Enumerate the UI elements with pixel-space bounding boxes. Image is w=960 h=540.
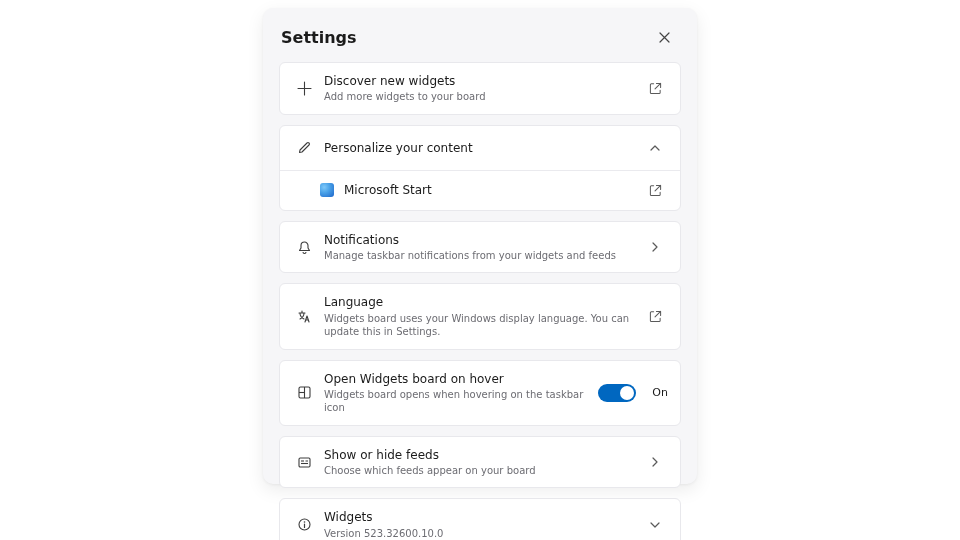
row-title: Microsoft Start (344, 182, 634, 198)
row-title: Open Widgets board on hover (324, 371, 590, 387)
page-title: Settings (281, 28, 357, 47)
chevron-down-icon (642, 519, 668, 531)
row-title: Widgets (324, 509, 634, 525)
svg-point-8 (303, 521, 305, 523)
row-title: Discover new widgets (324, 73, 634, 89)
close-icon (659, 32, 670, 43)
hover-toggle[interactable] (598, 384, 636, 402)
row-title: Notifications (324, 232, 634, 248)
pencil-icon (290, 140, 318, 155)
open-external-icon (642, 82, 668, 95)
row-text: Language Widgets board uses your Windows… (318, 294, 642, 338)
row-text: Discover new widgets Add more widgets to… (318, 73, 642, 104)
svg-rect-3 (299, 458, 310, 467)
row-text: Open Widgets board on hover Widgets boar… (318, 371, 598, 415)
row-personalize-header[interactable]: Personalize your content (280, 126, 680, 170)
bell-icon (290, 240, 318, 255)
row-subtitle: Version 523.32600.10.0 (324, 527, 634, 540)
widgets-board-icon (290, 385, 318, 400)
row-personalize-content: Personalize your content Microsoft Start (279, 125, 681, 211)
row-notifications[interactable]: Notifications Manage taskbar notificatio… (279, 221, 681, 274)
open-external-icon (642, 184, 668, 197)
plus-icon (290, 81, 318, 96)
row-subtitle: Manage taskbar notifications from your w… (324, 249, 634, 263)
row-widgets-about[interactable]: Widgets Version 523.32600.10.0 (279, 498, 681, 540)
row-title: Show or hide feeds (324, 447, 634, 463)
toggle-container: On (598, 384, 668, 402)
row-subtitle: Add more widgets to your board (324, 90, 634, 104)
row-subtitle: Choose which feeds appear on your board (324, 464, 634, 478)
row-microsoft-start[interactable]: Microsoft Start (280, 170, 680, 210)
row-text: Notifications Manage taskbar notificatio… (318, 232, 642, 263)
row-text: Microsoft Start (334, 182, 642, 198)
row-open-on-hover: Open Widgets board on hover Widgets boar… (279, 360, 681, 426)
row-discover-widgets[interactable]: Discover new widgets Add more widgets to… (279, 62, 681, 115)
row-text: Widgets Version 523.32600.10.0 (318, 509, 642, 540)
open-external-icon (642, 310, 668, 323)
chevron-right-icon (642, 456, 668, 468)
row-title: Language (324, 294, 634, 310)
row-show-hide-feeds[interactable]: Show or hide feeds Choose which feeds ap… (279, 436, 681, 489)
row-text: Show or hide feeds Choose which feeds ap… (318, 447, 642, 478)
feeds-icon (290, 455, 318, 470)
title-row: Settings (279, 20, 681, 62)
settings-panel: Settings Discover new widgets Add more w… (263, 8, 697, 484)
info-icon (290, 517, 318, 532)
row-title: Personalize your content (324, 140, 634, 156)
row-text: Personalize your content (318, 140, 642, 156)
row-subtitle: Widgets board uses your Windows display … (324, 312, 634, 339)
chevron-up-icon (642, 142, 668, 154)
row-language[interactable]: Language Widgets board uses your Windows… (279, 283, 681, 349)
chevron-right-icon (642, 241, 668, 253)
close-button[interactable] (649, 22, 679, 52)
svg-rect-6 (305, 460, 308, 462)
microsoft-start-icon (320, 183, 334, 197)
toggle-state-label: On (652, 386, 668, 399)
row-subtitle: Widgets board opens when hovering on the… (324, 388, 590, 415)
language-icon (290, 309, 318, 324)
